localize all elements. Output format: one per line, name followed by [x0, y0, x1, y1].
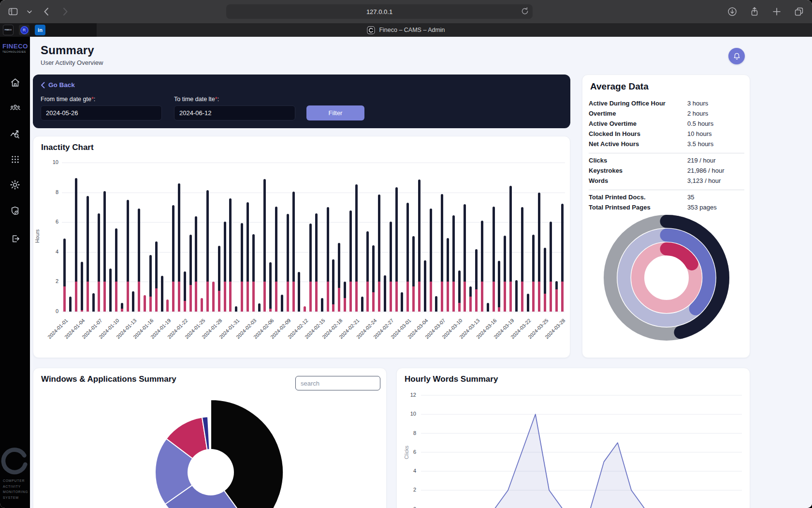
x-tick-label: 2024-03-28 [533, 317, 566, 351]
sidebar-toggle-icon [8, 7, 18, 16]
bar [241, 223, 243, 312]
reload-button[interactable] [521, 7, 529, 17]
bar [550, 222, 552, 312]
from-date-input[interactable] [41, 105, 162, 120]
go-back-button[interactable]: Go Back [41, 81, 75, 89]
stat-label: Words [589, 177, 687, 184]
bar [103, 191, 106, 312]
page-subtitle: User Activity Overview [41, 59, 103, 66]
apps-grid-icon [11, 155, 20, 164]
y-tick-label: 2 [39, 278, 58, 284]
x-tick-label: 2024-01-01 [35, 317, 69, 351]
stat-label: Keystrokes [589, 167, 687, 174]
downloads-button[interactable] [726, 5, 739, 18]
app-sidebar: FINECO TECHNOLOGIES [0, 37, 30, 508]
sidebar-item-team[interactable] [0, 99, 30, 116]
x-tick-label: 2024-02-12 [276, 317, 309, 351]
y-tick-label: 4 [39, 249, 58, 254]
sidebar-item-analytics[interactable] [0, 125, 30, 143]
bar [304, 306, 306, 312]
stat-label: Clocked In Hours [589, 130, 687, 137]
sidebar-item-home[interactable] [0, 74, 30, 91]
bar [447, 238, 449, 312]
inactity-plot-area [62, 163, 565, 312]
y-tick-label: 8 [39, 189, 58, 195]
pinned-tab-rlogo[interactable]: R [19, 25, 29, 35]
bar [469, 286, 472, 312]
to-date-input[interactable] [174, 105, 295, 120]
back-button[interactable] [40, 5, 52, 18]
average-data-card: Average Data Active During Office Hour3 … [582, 75, 750, 358]
pinned-tab-fineco[interactable]: FINECO [3, 25, 14, 35]
sidebar-item-logout[interactable] [0, 230, 30, 247]
stat-label: Clicks [589, 157, 687, 164]
bar [395, 187, 398, 312]
bar [212, 282, 215, 312]
bar [287, 214, 289, 312]
filter-button[interactable]: Filter [306, 105, 364, 120]
bar [195, 216, 197, 312]
go-back-label: Go Back [48, 81, 75, 89]
tab-overview-button[interactable] [793, 5, 805, 18]
stat-value: 3 hours [687, 100, 744, 107]
app-logo-subtitle: TECHNOLOGIES [2, 50, 30, 53]
average-data-row: Clicks219 / hour [589, 155, 744, 165]
average-data-group: Active During Office Hour3 hoursOvertime… [589, 96, 744, 153]
url-bar[interactable]: 127.0.0.1 [226, 4, 533, 19]
sidebar-toggle-button[interactable] [7, 5, 19, 18]
to-date-label: To time date lte*: [174, 96, 219, 103]
x-tick-label: 2024-02-24 [344, 317, 377, 351]
sidebar-item-security[interactable] [0, 202, 30, 220]
forward-button[interactable] [59, 5, 72, 18]
x-tick-label: 2024-03-07 [413, 317, 446, 351]
average-data-group: Clicks219 / hourKeystrokes21,986 / hourW… [589, 153, 744, 190]
notifications-button[interactable] [728, 48, 745, 64]
bar [201, 298, 203, 312]
download-icon [727, 7, 737, 16]
bar [178, 183, 180, 312]
browser-tab-strip: FINECO R in Fineco – CAMS – Admin [0, 23, 812, 37]
bar [263, 179, 266, 312]
stat-value: 35 [687, 194, 744, 201]
bar [452, 215, 455, 312]
average-data-title: Average Data [590, 81, 649, 92]
gridline [62, 222, 565, 223]
bar [498, 261, 500, 312]
share-button[interactable] [748, 5, 761, 18]
new-tab-button[interactable] [770, 5, 783, 18]
pinned-tab-linkedin[interactable]: in [35, 25, 45, 35]
average-data-row: Words3,123 / hour [589, 176, 744, 186]
average-data-row: Active During Office Hour3 hours [589, 98, 744, 108]
winapps-title: Windows & Applications Summary [41, 374, 176, 384]
y-tick-label: 10 [39, 159, 58, 165]
inactity-chart-title: Inactity Chart [41, 143, 94, 152]
bar [149, 255, 152, 312]
average-data-rows: Active During Office Hour3 hoursOvertime… [589, 96, 744, 216]
x-tick-label: 2024-02-18 [310, 317, 343, 351]
linkedin-favicon: in [38, 27, 43, 33]
bar [155, 241, 158, 312]
bar [121, 303, 123, 312]
bar [361, 297, 363, 312]
x-tick-label: 2024-01-25 [173, 317, 206, 351]
bar [246, 202, 249, 312]
back-icon [44, 7, 49, 16]
site-favicon [367, 26, 375, 34]
hourly-words-card: Hourly Words Summary Clicks 121086420 [396, 368, 750, 508]
tab-title: Fineco – CAMS – Admin [379, 27, 445, 33]
x-tick-label: 2024-01-04 [53, 317, 86, 351]
active-tab[interactable]: Fineco – CAMS – Admin [367, 26, 445, 34]
forward-icon [63, 7, 68, 16]
sidebar-chevron-button[interactable] [26, 5, 33, 18]
bar [172, 205, 174, 312]
url-text: 127.0.0.1 [366, 8, 392, 15]
bar [224, 222, 226, 312]
x-tick-label: 2024-03-19 [481, 317, 515, 351]
sidebar-item-settings[interactable] [0, 176, 30, 194]
cams-logo [1, 448, 29, 476]
sidebar-item-apps[interactable] [0, 150, 30, 168]
bar [218, 246, 220, 312]
bar [235, 306, 237, 312]
x-tick-label: 2024-03-01 [378, 317, 412, 351]
bell-icon [733, 52, 741, 60]
